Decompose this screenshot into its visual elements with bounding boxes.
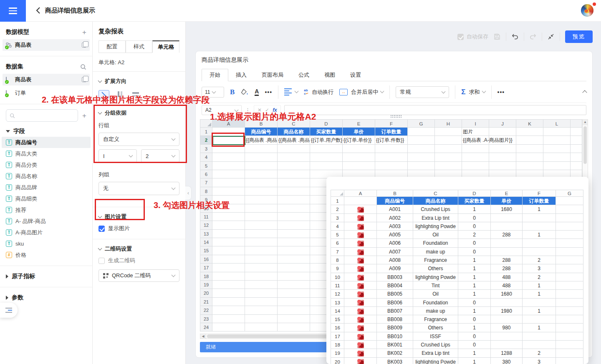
popup-cell-B4[interactable]: A003 (377, 222, 413, 231)
popup-cell-G19[interactable] (556, 349, 583, 357)
popup-row-header-11[interactable]: 11 (331, 281, 344, 290)
popup-cell-A4[interactable] (344, 222, 377, 231)
cell-B15[interactable] (245, 246, 278, 255)
cell-C13[interactable] (278, 230, 310, 238)
popup-cell-A10[interactable] (344, 273, 377, 281)
field-search-input[interactable] (6, 109, 78, 122)
popup-cell-G2[interactable] (556, 205, 583, 213)
ribbon-tab-1[interactable]: 开始 (202, 69, 228, 81)
popup-cell-G13[interactable] (556, 299, 583, 307)
popup-row-header-6[interactable]: 6 (331, 239, 344, 247)
field-item[interactable]: T商品大类 (2, 148, 91, 159)
popup-cell-B15[interactable]: BB008 (377, 315, 413, 324)
cell-C21[interactable] (278, 298, 310, 306)
cell-G2[interactable] (408, 136, 435, 144)
cell-C10[interactable] (278, 204, 310, 213)
cell-B19[interactable] (245, 281, 278, 289)
field-item[interactable]: T商品品牌 (2, 182, 91, 193)
popup-cell-A19[interactable] (344, 349, 377, 357)
popup-cell-C16[interactable]: Others (413, 324, 458, 332)
row-header-24[interactable]: 24 (200, 323, 212, 331)
cell-A13[interactable] (212, 230, 245, 238)
popup-cell-C18[interactable]: Crushed Lips (413, 341, 458, 349)
popup-cell-D17[interactable]: 0 (458, 332, 491, 341)
popup-cell-A9[interactable] (344, 264, 377, 273)
row-header-15[interactable]: 15 (200, 246, 212, 255)
more-font-options-button[interactable]: ••• (265, 89, 272, 95)
popup-cell-G9[interactable] (556, 264, 583, 273)
row-header-14[interactable]: 14 (200, 238, 212, 246)
popup-cell-F2[interactable]: 1 (523, 205, 556, 213)
popup-row-header-19[interactable]: 19 (331, 349, 344, 357)
cell-K5[interactable] (516, 162, 543, 170)
data-model-item[interactable]: ✓ 商品表 (3, 39, 90, 51)
ribbon-tab-2[interactable]: 插入 (228, 69, 254, 81)
field-item[interactable]: T商品分类 (2, 159, 91, 171)
popup-cell-C19[interactable]: Extra Lip tint (413, 349, 458, 357)
row-header-20[interactable]: 20 (200, 289, 212, 297)
column-adjust-marker[interactable] (391, 115, 402, 118)
popup-cell-B14[interactable]: BB007 (377, 307, 413, 315)
popup-cell-G11[interactable] (556, 281, 583, 290)
column-header-I[interactable]: I (462, 119, 489, 128)
field-item[interactable]: TA- 品牌-商品 (2, 216, 91, 227)
copy-icon[interactable] (82, 43, 86, 48)
collapse-toolbar-icon[interactable] (582, 90, 587, 95)
generate-qrcode-checkbox[interactable] (98, 258, 105, 264)
popup-cell-E16[interactable]: 980 (491, 324, 523, 332)
cell-H3[interactable] (435, 145, 462, 153)
popup-cell-E20[interactable]: 380 (491, 358, 523, 364)
popup-cell-E15[interactable] (491, 315, 523, 324)
popup-column-header-D[interactable]: D (458, 190, 491, 197)
popup-cell-B8[interactable]: A008 (377, 256, 413, 264)
popup-cell-E5[interactable]: 288 (491, 231, 523, 239)
app-logo[interactable] (581, 4, 593, 17)
row-header-12[interactable]: 12 (200, 221, 212, 229)
column-header-J[interactable]: J (489, 119, 516, 128)
cell-H1[interactable] (435, 128, 462, 136)
field-item[interactable]: T商品细类 (2, 193, 91, 204)
popup-cell-B7[interactable]: A007 (377, 248, 413, 256)
popup-cell-G20[interactable] (556, 358, 583, 364)
popup-column-header-E[interactable]: E (491, 190, 523, 197)
cell-B22[interactable] (245, 306, 278, 314)
cell-E3[interactable] (343, 145, 375, 153)
popup-cell-C4[interactable]: lighlighting Powde (413, 222, 458, 231)
cell-E5[interactable] (343, 162, 375, 170)
cell-E4[interactable] (343, 153, 375, 161)
cell-D1[interactable]: 买家数量 (310, 128, 343, 136)
cell-I1[interactable]: 图片 (462, 128, 489, 136)
popup-cell-C3[interactable]: Extra Lip tint (413, 214, 458, 222)
cell-B14[interactable] (245, 238, 278, 246)
row-header-5[interactable]: 5 (200, 162, 212, 170)
popup-column-header-A[interactable]: A (344, 190, 377, 197)
popup-cell-F10[interactable]: 2 (523, 273, 556, 281)
popup-row-header-8[interactable]: 8 (331, 256, 344, 264)
cell-G3[interactable] (408, 145, 435, 153)
popup-cell-D18[interactable]: 0 (458, 341, 491, 349)
cell-A24[interactable] (212, 323, 245, 331)
outline-float-button[interactable] (0, 303, 18, 318)
popup-cell-D15[interactable]: 0 (458, 315, 491, 324)
popup-cell-B3[interactable]: A002 (377, 214, 413, 222)
popup-cell-A13[interactable] (344, 299, 377, 307)
cell-B10[interactable] (245, 204, 278, 213)
merge-center-icon[interactable]: ↔ (339, 89, 348, 95)
row-header-22[interactable]: 22 (200, 306, 212, 314)
cell-B9[interactable] (245, 196, 278, 204)
expand-direction-header[interactable]: 扩展方向 (98, 78, 179, 85)
parameters-header[interactable]: 参数 (6, 292, 86, 303)
column-header-K[interactable]: K (516, 119, 543, 128)
popup-cell-D5[interactable]: 2 (458, 231, 491, 239)
cell-K4[interactable] (516, 153, 543, 161)
popup-cell-B5[interactable]: A005 (377, 231, 413, 239)
cell-G5[interactable] (408, 162, 435, 170)
panel-collapse-handle[interactable]: ‹ (185, 186, 192, 200)
cell-A11[interactable] (212, 213, 245, 221)
cell-F4[interactable] (375, 153, 408, 161)
popup-cell-A18[interactable] (344, 341, 377, 349)
cell-B20[interactable] (245, 289, 278, 297)
ribbon-tab-3[interactable]: 页面布局 (254, 69, 291, 81)
cell-B18[interactable] (245, 272, 278, 281)
popup-cell-A12[interactable] (344, 290, 377, 298)
